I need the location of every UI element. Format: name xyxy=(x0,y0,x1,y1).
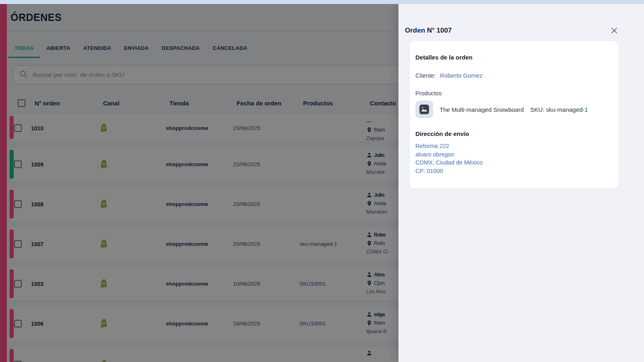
product-row: The Multi-managed Snowboard SKU: sku-man… xyxy=(415,101,611,118)
image-icon xyxy=(419,104,429,115)
drawer-title: Orden N° 1007 xyxy=(405,27,452,35)
address-line[interactable]: CP: 01000 xyxy=(415,167,611,175)
product-name: The Multi-managed Snowboard xyxy=(440,106,524,113)
browser-top-strip xyxy=(0,0,644,4)
drawer-header: Orden N° 1007 xyxy=(398,4,644,35)
address-line[interactable]: CDMX, Ciudad de México xyxy=(415,158,611,167)
address-line[interactable]: Reforma 222 xyxy=(415,142,611,150)
product-image-placeholder xyxy=(415,101,433,118)
products-label: Productos xyxy=(415,90,611,97)
shipping-address: Reforma 222 alvaro obregon CDMX, Ciudad … xyxy=(415,142,611,175)
client-label: Cliente: xyxy=(415,72,436,79)
client-name-link[interactable]: Roberto Gomez xyxy=(440,72,483,79)
order-details-card: Detalles de la orden Cliente:Roberto Gom… xyxy=(410,41,619,189)
order-detail-drawer: Orden N° 1007 Detalles de la orden Clien… xyxy=(398,4,644,362)
client-row: Cliente:Roberto Gomez xyxy=(415,72,611,79)
shipping-heading: Dirección de envío xyxy=(415,130,611,137)
product-sku-label: SKU: sku-managed-1 xyxy=(530,106,588,113)
modal-dim-overlay[interactable] xyxy=(0,4,398,362)
details-heading: Detalles de la orden xyxy=(415,54,611,61)
close-icon[interactable] xyxy=(609,26,619,35)
address-line[interactable]: alvaro obregon xyxy=(415,150,611,159)
